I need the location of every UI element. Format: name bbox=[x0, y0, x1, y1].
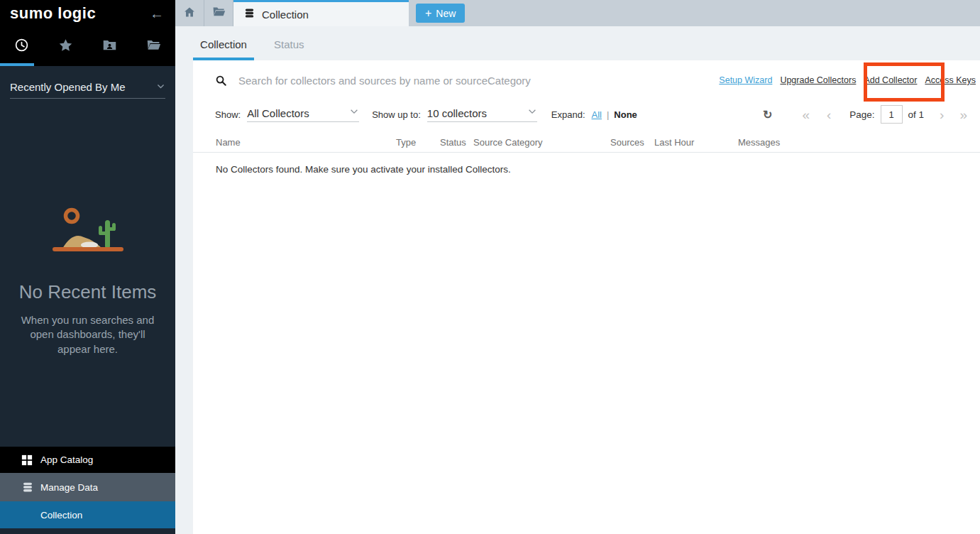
show-label: Show: bbox=[215, 109, 241, 120]
empty-collectors-message: No Collectors found. Make sure you activ… bbox=[193, 153, 980, 175]
column-header-type[interactable]: Type bbox=[396, 137, 440, 148]
column-header-last-hour[interactable]: Last Hour bbox=[654, 137, 738, 148]
show-filter-value: All Collectors bbox=[247, 107, 309, 119]
recently-opened-label: Recently Opened By Me bbox=[10, 81, 126, 93]
sidebar-item-manage-data[interactable]: Manage Data bbox=[0, 473, 175, 501]
expand-none-link[interactable]: None bbox=[614, 109, 637, 120]
access-keys-link[interactable]: Access Keys bbox=[925, 75, 976, 85]
main-area: Collection + New Collection Status Setup… bbox=[175, 0, 980, 534]
show-filter-dropdown[interactable]: All Collectors bbox=[247, 107, 359, 122]
show-up-to-label: Show up to: bbox=[372, 109, 421, 120]
page-size-dropdown[interactable]: 10 collectors bbox=[427, 107, 537, 122]
shared-folder-tab[interactable] bbox=[88, 27, 132, 66]
subtab-collection-label: Collection bbox=[200, 38, 247, 50]
page-subtabs: Collection Status bbox=[175, 26, 980, 60]
favorites-tab[interactable] bbox=[44, 27, 88, 66]
database-icon bbox=[243, 7, 255, 22]
open-folder-icon bbox=[212, 5, 226, 21]
library-tab[interactable] bbox=[131, 27, 175, 66]
column-header-status[interactable]: Status bbox=[440, 137, 473, 148]
collection-panel: Setup Wizard Upgrade Collectors Add Coll… bbox=[193, 60, 980, 534]
sidebar-empty-state: No Recent Items When you run searches an… bbox=[0, 205, 175, 356]
column-header-source-category[interactable]: Source Category bbox=[473, 137, 610, 148]
tab-collection-label: Collection bbox=[262, 9, 309, 21]
library-button[interactable] bbox=[204, 0, 233, 26]
expand-label: Expand: bbox=[551, 109, 585, 120]
search-input[interactable] bbox=[238, 75, 719, 87]
page-number-input[interactable] bbox=[881, 105, 903, 124]
page-total: of 1 bbox=[908, 109, 925, 120]
sumo-logic-logo: sumo logic bbox=[10, 4, 96, 23]
upgrade-collectors-link[interactable]: Upgrade Collectors bbox=[780, 75, 856, 85]
list-controls-row: Show: All Collectors Show up to: 10 coll… bbox=[193, 102, 980, 127]
next-page-icon[interactable]: › bbox=[940, 108, 944, 121]
star-icon bbox=[58, 38, 73, 55]
desert-cactus-illustration bbox=[0, 205, 175, 261]
page-size-value: 10 collectors bbox=[427, 107, 487, 119]
search-icon bbox=[215, 75, 227, 87]
open-folder-icon bbox=[146, 38, 161, 55]
no-recent-items-title: No Recent Items bbox=[0, 281, 175, 303]
home-icon bbox=[183, 6, 196, 21]
chevron-down-icon bbox=[349, 107, 359, 119]
home-button[interactable] bbox=[175, 0, 204, 26]
pagination-cluster: ↻ « ‹ Page: of 1 › » bbox=[763, 105, 974, 124]
nav-label: App Catalog bbox=[40, 454, 93, 465]
chevron-down-icon bbox=[527, 107, 537, 119]
prev-page-icon[interactable]: ‹ bbox=[827, 108, 831, 121]
column-header-name[interactable]: Name bbox=[216, 137, 396, 148]
plus-icon: + bbox=[425, 8, 431, 19]
refresh-icon[interactable]: ↻ bbox=[763, 108, 772, 121]
last-page-icon[interactable]: » bbox=[959, 108, 966, 121]
top-tab-strip: Collection + New bbox=[175, 0, 980, 26]
subtab-status[interactable]: Status bbox=[274, 38, 304, 60]
active-tab-indicator bbox=[0, 63, 34, 66]
add-collector-link[interactable]: Add Collector bbox=[864, 75, 917, 85]
subtab-status-label: Status bbox=[274, 38, 304, 50]
sidebar-item-collection[interactable]: Collection bbox=[0, 501, 175, 528]
nav-label: Manage Data bbox=[40, 482, 98, 493]
expand-all-link[interactable]: All bbox=[592, 109, 602, 120]
expand-separator: | bbox=[607, 109, 609, 120]
collectors-table-header: Name Type Status Source Category Sources… bbox=[193, 133, 980, 153]
collapse-sidebar-arrow-icon[interactable]: ← bbox=[150, 6, 164, 21]
recent-tab[interactable] bbox=[0, 27, 44, 66]
column-header-sources[interactable]: Sources bbox=[610, 137, 654, 148]
first-page-icon[interactable]: « bbox=[802, 108, 808, 121]
database-icon bbox=[21, 481, 40, 494]
folder-person-icon bbox=[102, 38, 117, 55]
sidebar-bottom-nav: App Catalog Manage Data Collection bbox=[0, 447, 175, 528]
column-header-messages[interactable]: Messages bbox=[738, 137, 976, 148]
quick-links: Setup Wizard Upgrade Collectors Add Coll… bbox=[719, 75, 976, 85]
sidebar: sumo logic ← Recently Opened By Me bbox=[0, 0, 175, 534]
tab-collection[interactable]: Collection bbox=[233, 0, 409, 26]
recently-opened-dropdown[interactable]: Recently Opened By Me bbox=[10, 76, 165, 99]
subtab-collection[interactable]: Collection bbox=[193, 38, 254, 60]
sidebar-item-app-catalog[interactable]: App Catalog bbox=[0, 447, 175, 473]
chevron-down-icon bbox=[156, 81, 165, 93]
new-button-label: New bbox=[436, 8, 456, 19]
search-row: Setup Wizard Upgrade Collectors Add Coll… bbox=[193, 60, 980, 100]
sidebar-icon-tabs bbox=[0, 27, 175, 66]
sidebar-header: sumo logic ← bbox=[0, 0, 175, 27]
setup-wizard-link[interactable]: Setup Wizard bbox=[719, 75, 772, 85]
page-label: Page: bbox=[849, 109, 874, 120]
new-button[interactable]: + New bbox=[416, 4, 465, 23]
clock-icon bbox=[14, 38, 29, 55]
nav-label: Collection bbox=[40, 510, 82, 521]
grid-icon bbox=[21, 454, 40, 466]
no-recent-items-caption: When you run searches and open dashboard… bbox=[0, 313, 175, 356]
